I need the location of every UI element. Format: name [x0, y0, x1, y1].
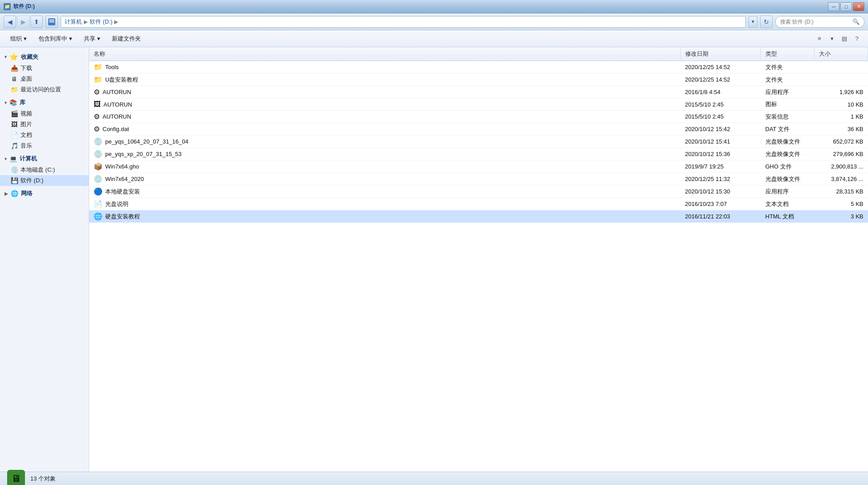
- file-icon: 💿: [94, 137, 103, 146]
- close-button[interactable]: ✕: [853, 2, 864, 11]
- file-name-cell: 📁 Tools: [89, 61, 681, 74]
- image-label: 图片: [21, 120, 32, 128]
- col-type[interactable]: 类型: [761, 47, 815, 61]
- file-size: 279,696 KB: [815, 148, 868, 160]
- computer-icon: 💻: [9, 155, 17, 162]
- breadcrumb-sep-2: ▶: [114, 19, 118, 25]
- file-date: 2020/12/25 11:32: [681, 173, 761, 185]
- breadcrumb-item-drive[interactable]: 软件 (D:): [90, 18, 112, 26]
- view-pane-button[interactable]: ▤: [839, 33, 850, 45]
- table-row[interactable]: ⚙ Config.dat 2020/10/12 15:42 DAT 文件 36 …: [89, 123, 868, 136]
- col-size[interactable]: 大小: [815, 47, 868, 61]
- sidebar-item-desktop[interactable]: 🖥 桌面: [0, 74, 89, 84]
- music-icon: 🎵: [11, 142, 18, 149]
- file-name: pe_yqs_xp_20_07_31_15_53: [105, 151, 181, 157]
- window-title: 软件 (D:): [13, 3, 35, 10]
- file-name: 本地硬盘安装: [105, 188, 140, 196]
- breadcrumb-item-computer[interactable]: 计算机: [65, 18, 82, 26]
- file-size: 36 KB: [815, 123, 868, 136]
- breadcrumb-bar[interactable]: 计算机 ▶ 软件 (D:) ▶: [61, 16, 746, 28]
- sidebar-item-document[interactable]: 📄 文档: [0, 130, 89, 140]
- back-button[interactable]: ◀: [4, 16, 16, 28]
- table-row[interactable]: 🔵 本地硬盘安装 2020/10/12 15:30 应用程序 28,315 KB: [89, 185, 868, 198]
- svg-rect-1: [49, 20, 54, 21]
- file-icon: 📦: [94, 162, 103, 171]
- file-name: AUTORUN: [103, 101, 132, 108]
- minimize-button[interactable]: ─: [828, 2, 839, 11]
- downloads-icon: 📥: [11, 65, 18, 72]
- file-name: AUTORUN: [103, 89, 131, 95]
- help-button[interactable]: ?: [851, 33, 863, 45]
- sidebar-header-network[interactable]: ▶ 🌐 网络: [0, 188, 89, 199]
- sidebar-item-drive-c[interactable]: 💿 本地磁盘 (C:): [0, 164, 89, 175]
- sidebar-item-drive-d[interactable]: 💾 软件 (D:): [0, 175, 89, 186]
- organize-button[interactable]: 组织 ▾: [5, 33, 32, 45]
- table-row[interactable]: 🌐 硬盘安装教程 2016/11/21 22:03 HTML 文档 3 KB: [89, 210, 868, 223]
- file-type: 光盘映像文件: [761, 136, 815, 148]
- table-row[interactable]: 💿 pe_yqs_1064_20_07_31_16_04 2020/10/12 …: [89, 136, 868, 148]
- view-dropdown-button[interactable]: ▾: [826, 33, 838, 45]
- sidebar-header-library[interactable]: ▾ 📚 库: [0, 97, 89, 108]
- table-row[interactable]: 📁 U盘安装教程 2020/12/25 14:52 文件夹: [89, 74, 868, 86]
- col-date[interactable]: 修改日期: [681, 47, 761, 61]
- add-to-library-button[interactable]: 包含到库中 ▾: [33, 33, 77, 45]
- maximize-button[interactable]: □: [840, 2, 852, 11]
- sidebar-item-video[interactable]: 🎬 视频: [0, 108, 89, 119]
- favorites-label: 收藏夹: [21, 53, 38, 61]
- view-list-button[interactable]: ≡: [814, 33, 825, 45]
- file-icon: ⚙: [94, 125, 100, 133]
- music-label: 音乐: [21, 142, 32, 150]
- favorites-arrow: ▾: [4, 54, 7, 59]
- table-row[interactable]: 📄 光盘说明 2016/10/23 7:07 文本文档 5 KB: [89, 198, 868, 210]
- favorites-icon[interactable]: [45, 16, 58, 28]
- sidebar-item-downloads[interactable]: 📥 下载: [0, 63, 89, 74]
- sidebar-item-recent[interactable]: 📁 最近访问的位置: [0, 84, 89, 95]
- file-icon: 🖼: [94, 100, 101, 108]
- file-type: 光盘映像文件: [761, 148, 815, 160]
- file-size: [815, 74, 868, 86]
- file-name: U盘安装教程: [105, 76, 138, 84]
- address-dropdown[interactable]: ▼: [749, 16, 757, 28]
- table-row[interactable]: 💿 Win7x64_2020 2020/12/25 11:32 光盘映像文件 3…: [89, 173, 868, 185]
- refresh-button[interactable]: ↻: [760, 16, 773, 28]
- recent-icon: 📁: [11, 86, 18, 93]
- status-bar: 🖥 13 个对象: [0, 472, 868, 485]
- status-icon: 🖥: [7, 470, 25, 485]
- search-input[interactable]: [780, 19, 851, 25]
- forward-button[interactable]: ▶: [17, 16, 29, 28]
- file-name-cell: 📦 Win7x64.gho: [89, 160, 681, 173]
- table-row[interactable]: 📁 Tools 2020/12/25 14:52 文件夹: [89, 61, 868, 74]
- table-row[interactable]: 🖼 AUTORUN 2015/5/10 2:45 图标 10 KB: [89, 99, 868, 111]
- file-type: HTML 文档: [761, 210, 815, 223]
- drive-d-icon: 💾: [11, 177, 18, 184]
- share-button[interactable]: 共享 ▾: [79, 33, 105, 45]
- library-icon: 📚: [9, 99, 17, 106]
- file-size: 10 KB: [815, 99, 868, 111]
- document-label: 文档: [21, 131, 32, 139]
- table-row[interactable]: 💿 pe_yqs_xp_20_07_31_15_53 2020/10/12 15…: [89, 148, 868, 160]
- table-row[interactable]: ⚙ AUTORUN 2015/5/10 2:45 安装信息 1 KB: [89, 111, 868, 123]
- search-icon[interactable]: 🔍: [852, 18, 860, 25]
- file-date: 2020/10/12 15:41: [681, 136, 761, 148]
- table-row[interactable]: 📦 Win7x64.gho 2019/9/7 19:25 GHO 文件 2,90…: [89, 160, 868, 173]
- file-type: 图标: [761, 99, 815, 111]
- table-row[interactable]: ⚙ AUTORUN 2016/1/8 4:54 应用程序 1,926 KB: [89, 86, 868, 99]
- new-folder-button[interactable]: 新建文件夹: [107, 33, 146, 45]
- file-date: 2020/12/25 14:52: [681, 74, 761, 86]
- sidebar-item-image[interactable]: 🖼 图片: [0, 119, 89, 130]
- sidebar-item-music[interactable]: 🎵 音乐: [0, 140, 89, 151]
- organize-label: 组织: [10, 35, 22, 43]
- file-icon: 📁: [94, 63, 103, 71]
- network-label: 网络: [21, 189, 33, 197]
- sidebar-section-library: ▾ 📚 库 🎬 视频 🖼 图片 📄 文档 🎵 音乐: [0, 97, 89, 151]
- sidebar-header-computer[interactable]: ▾ 💻 计算机: [0, 153, 89, 164]
- col-name[interactable]: 名称: [89, 47, 681, 61]
- up-button[interactable]: ⬆: [30, 16, 43, 28]
- file-area[interactable]: 名称 修改日期 类型 大小 📁 Tools 2020/12/25 14:52 文…: [89, 47, 868, 472]
- breadcrumb-sep-1: ▶: [84, 19, 88, 25]
- file-name-cell: 📄 光盘说明: [89, 198, 681, 210]
- sidebar-header-favorites[interactable]: ▾ ⭐ 收藏夹: [0, 51, 89, 63]
- file-size: 5 KB: [815, 198, 868, 210]
- search-bar[interactable]: 🔍: [775, 16, 864, 28]
- library-label: 库: [20, 99, 25, 107]
